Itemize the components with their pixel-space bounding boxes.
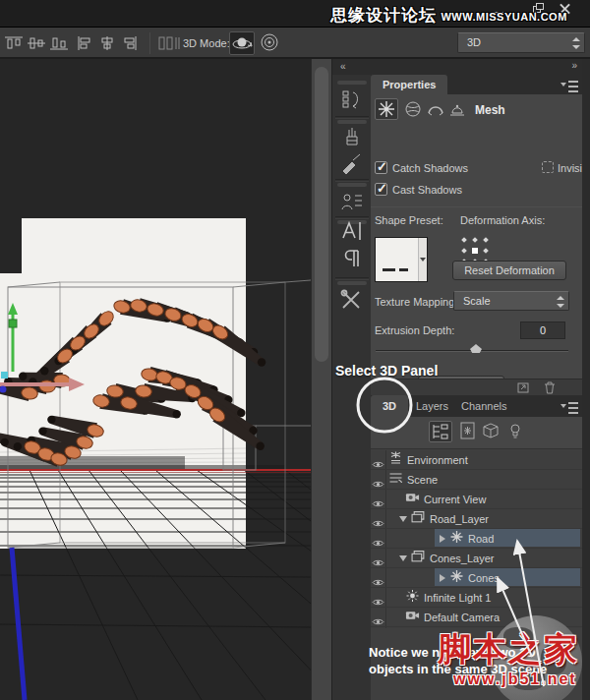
align-right-icon[interactable] (120, 35, 140, 51)
visibility-eye-icon[interactable] (372, 593, 385, 603)
character-panel-icon[interactable] (339, 219, 365, 243)
filter-materials-button[interactable] (480, 421, 503, 442)
tool-presets-panel-icon[interactable] (339, 125, 365, 148)
3d-roll-icon (258, 31, 281, 53)
layer-label: Road_Layer (430, 513, 489, 525)
distribute-icon[interactable] (157, 35, 181, 51)
expand-dock-button[interactable]: « (332, 59, 371, 75)
scrollbar-thumb[interactable] (315, 67, 328, 362)
filter-scene-button[interactable] (429, 421, 452, 442)
shape-preset-label: Shape Preset: (375, 214, 443, 226)
collapse-triangle-icon[interactable] (399, 555, 407, 561)
extrusion-depth-slider[interactable] (376, 350, 568, 352)
visibility-eye-icon[interactable] (372, 495, 385, 504)
invisible-icon[interactable] (542, 161, 554, 173)
tools-panel-icon[interactable] (339, 288, 365, 312)
tab-channels[interactable]: Channels (451, 395, 516, 415)
layer-row-current-view[interactable]: Current View (371, 490, 582, 509)
delete-icon[interactable] (544, 381, 556, 394)
environment-icon (388, 451, 403, 469)
watermark-bottom-cn: 脚本之家 (438, 627, 579, 672)
align-left-icon[interactable] (75, 35, 94, 51)
3d-items-list: EnvironmentSceneCurrent ViewRoad_LayerRo… (371, 450, 582, 628)
visibility-eye-icon[interactable] (372, 514, 385, 524)
mesh-section-label: Mesh (475, 103, 505, 117)
minimize-icon (492, 12, 503, 14)
actions-panel-icon[interactable] (339, 88, 365, 111)
cap-section-icon[interactable] (427, 100, 444, 118)
layer-row-road[interactable]: Road (371, 529, 582, 549)
properties-tabbar: Properties (371, 75, 582, 94)
texture-mapping-select[interactable]: Scale (453, 291, 569, 311)
restore-button[interactable] (532, 3, 548, 15)
layer-row-infinite-light-1[interactable]: Infinite Light 1 (371, 588, 582, 608)
filter-lights-button[interactable] (504, 421, 528, 442)
layer-label: Infinite Light 1 (424, 592, 492, 604)
properties-panel-menu-icon[interactable] (560, 80, 578, 90)
shape-preset-dropdown-icon[interactable] (418, 238, 427, 281)
layer-comps-panel-icon[interactable] (339, 190, 365, 213)
options-bar: 3D Mode: 3D (0, 28, 590, 59)
expand-triangle-icon[interactable] (440, 574, 445, 582)
brush-panel-icon[interactable] (339, 151, 365, 175)
shape-preset-picker[interactable] (375, 237, 428, 282)
scene-filter-icon (430, 422, 451, 441)
collapse-panels-button[interactable]: » (571, 60, 577, 71)
visibility-eye-icon[interactable] (372, 612, 385, 622)
canvas-scrollbar[interactable] (311, 59, 331, 700)
3d-filter-row (371, 417, 582, 449)
tab-3d[interactable]: 3D (371, 395, 408, 417)
3d-roll-mode-button[interactable] (258, 31, 283, 55)
layer-row-environment[interactable]: Environment (371, 450, 582, 470)
filter-meshes-button[interactable] (457, 421, 481, 442)
deform-section-icon[interactable] (404, 100, 422, 118)
slider-thumb[interactable] (470, 344, 482, 353)
layer-row-cones-layer[interactable]: Cones_Layer (371, 549, 582, 568)
layer-label: Cones_Layer (430, 553, 494, 564)
align-vcenter-icon[interactable] (27, 35, 46, 51)
3d-panel-menu-icon[interactable] (560, 401, 578, 412)
materials-filter-icon (480, 421, 502, 440)
collapse-triangle-icon[interactable] (399, 516, 407, 522)
visibility-eye-icon[interactable] (372, 534, 385, 544)
group-icon (411, 510, 426, 528)
workspace-select[interactable]: 3D (457, 32, 585, 53)
mesh-icon (376, 99, 397, 119)
dock-group-label (337, 81, 367, 85)
3d-rotate-icon (230, 32, 254, 54)
layer-row-road-layer[interactable]: Road_Layer (371, 509, 582, 529)
visibility-eye-icon[interactable] (372, 554, 385, 563)
properties-footer (371, 379, 582, 395)
dock-group-label (337, 183, 367, 187)
texture-mapping-value: Scale (463, 295, 491, 307)
workspace-value: 3D (467, 36, 481, 48)
close-button[interactable] (558, 3, 573, 15)
layer-row-scene[interactable]: Scene (371, 470, 582, 490)
align-bottom-icon[interactable] (49, 35, 69, 51)
align-top-icon[interactable] (4, 35, 24, 51)
cast-shadows-checkbox[interactable] (375, 183, 387, 196)
layer-label: Cones (468, 572, 500, 584)
expand-triangle-icon[interactable] (440, 535, 445, 543)
coordinates-section-icon[interactable] (448, 99, 466, 117)
visibility-eye-icon[interactable] (372, 455, 385, 465)
texture-mapping-label: Texture Mapping: (375, 296, 457, 308)
visibility-eye-icon[interactable] (372, 573, 385, 583)
clip-to-layer-icon[interactable] (516, 381, 530, 394)
align-hcenter-icon[interactable] (97, 35, 117, 51)
reset-deformation-button[interactable]: Reset Deformation (452, 261, 566, 280)
mesh-section-button[interactable] (375, 98, 398, 120)
tab-properties[interactable]: Properties (371, 75, 447, 94)
paragraph-panel-icon[interactable] (339, 247, 365, 270)
catch-shadows-checkbox[interactable] (375, 161, 387, 174)
document-canvas[interactable] (0, 59, 311, 700)
visibility-eye-icon[interactable] (372, 475, 385, 485)
layer-row-cones[interactable]: Cones (371, 568, 582, 588)
3d-rotate-mode-button[interactable] (229, 31, 255, 55)
panel-icon-dock: « (331, 59, 371, 700)
minimize-button[interactable] (490, 3, 505, 15)
extrusion-depth-input[interactable]: 0 (520, 321, 565, 339)
deformation-axis-label: Deformation Axis: (460, 214, 545, 226)
extrusion-depth-label: Extrusion Depth: (375, 324, 454, 336)
lights-filter-icon (504, 421, 526, 440)
